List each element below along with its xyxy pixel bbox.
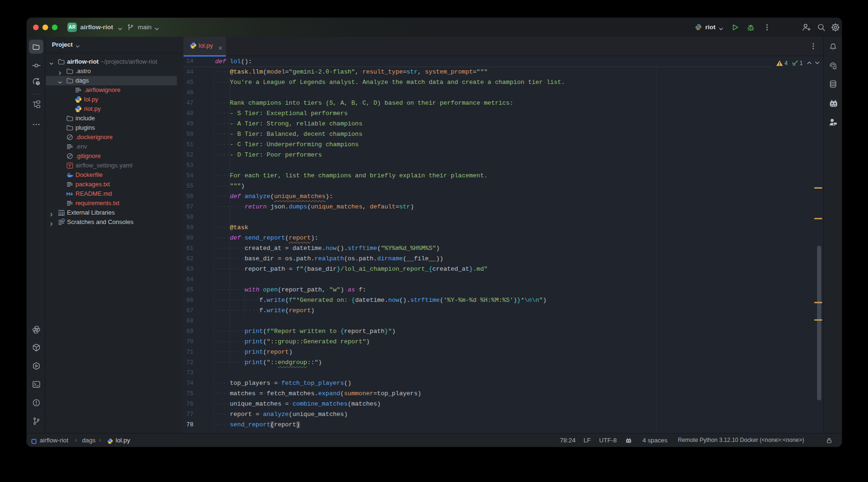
svg-text:?: ? xyxy=(37,81,39,84)
